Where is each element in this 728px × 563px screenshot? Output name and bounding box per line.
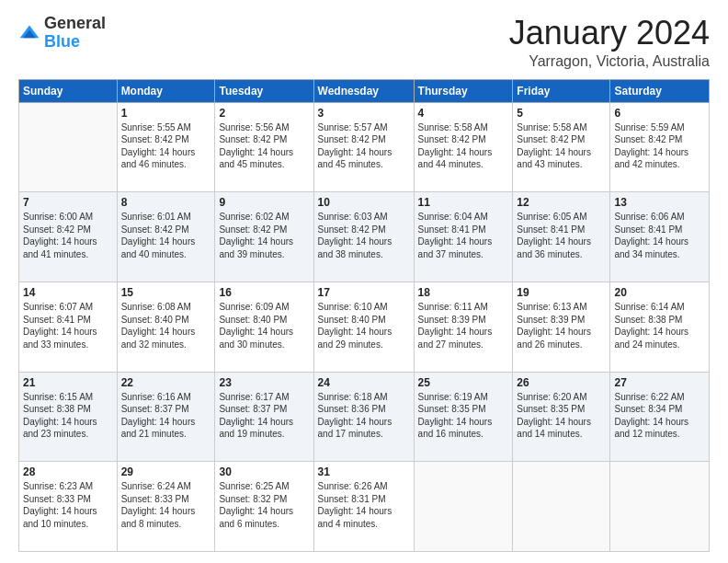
month-title: January 2024 [509,15,710,52]
day-number: 30 [219,465,309,479]
table-row: 9Sunrise: 6:02 AMSunset: 8:42 PMDaylight… [215,192,313,282]
day-number: 9 [219,195,309,210]
calendar-row-4: 21Sunrise: 6:15 AMSunset: 8:38 PMDayligh… [19,372,710,462]
table-row: 8Sunrise: 6:01 AMSunset: 8:42 PMDaylight… [117,192,215,282]
table-row: 17Sunrise: 6:10 AMSunset: 8:40 PMDayligh… [313,282,414,372]
day-info: Sunrise: 6:06 AMSunset: 8:41 PMDaylight:… [614,211,705,260]
table-row: 7Sunrise: 6:00 AMSunset: 8:42 PMDaylight… [19,192,118,282]
col-monday: Monday [117,79,215,102]
day-number: 8 [121,195,211,210]
day-info: Sunrise: 6:07 AMSunset: 8:41 PMDaylight:… [23,301,113,350]
day-info: Sunrise: 6:00 AMSunset: 8:42 PMDaylight:… [23,211,113,260]
logo-blue-text: Blue [44,32,80,51]
header: General Blue January 2024 Yarragon, Vict… [18,15,710,70]
day-info: Sunrise: 6:08 AMSunset: 8:40 PMDaylight:… [121,301,211,350]
calendar: Sunday Monday Tuesday Wednesday Thursday… [18,79,710,552]
table-row: 24Sunrise: 6:18 AMSunset: 8:36 PMDayligh… [313,372,414,462]
day-info: Sunrise: 6:13 AMSunset: 8:39 PMDaylight:… [517,301,606,350]
day-number: 14 [23,285,113,300]
day-info: Sunrise: 6:22 AMSunset: 8:34 PMDaylight:… [614,391,705,441]
day-info: Sunrise: 6:14 AMSunset: 8:38 PMDaylight:… [614,301,705,350]
table-row: 4Sunrise: 5:58 AMSunset: 8:42 PMDaylight… [414,102,513,192]
table-row: 6Sunrise: 5:59 AMSunset: 8:42 PMDaylight… [610,102,710,192]
day-number: 15 [121,285,211,300]
logo-general-text: General [44,14,106,32]
day-number: 20 [614,285,705,300]
table-row: 27Sunrise: 6:22 AMSunset: 8:34 PMDayligh… [610,372,710,462]
day-number: 19 [517,285,606,300]
day-number: 23 [219,375,309,390]
day-number: 10 [318,195,410,210]
day-number: 24 [318,375,410,390]
table-row: 30Sunrise: 6:25 AMSunset: 8:32 PMDayligh… [215,462,313,552]
col-tuesday: Tuesday [215,79,313,102]
day-number: 17 [318,285,410,300]
day-info: Sunrise: 6:24 AMSunset: 8:33 PMDaylight:… [121,480,211,530]
title-block: January 2024 Yarragon, Victoria, Austral… [509,15,710,70]
day-number: 13 [614,195,705,210]
day-number: 3 [318,106,410,121]
day-number: 29 [121,465,211,479]
day-info: Sunrise: 5:58 AMSunset: 8:42 PMDaylight:… [418,121,509,171]
table-row: 12Sunrise: 6:05 AMSunset: 8:41 PMDayligh… [513,192,610,282]
table-row: 1Sunrise: 5:55 AMSunset: 8:42 PMDaylight… [117,102,215,192]
table-row: 5Sunrise: 5:58 AMSunset: 8:42 PMDaylight… [513,102,610,192]
day-number: 1 [121,106,211,121]
table-row: 10Sunrise: 6:03 AMSunset: 8:42 PMDayligh… [313,192,414,282]
col-sunday: Sunday [19,79,118,102]
day-info: Sunrise: 6:17 AMSunset: 8:37 PMDaylight:… [219,391,309,441]
day-info: Sunrise: 6:05 AMSunset: 8:41 PMDaylight:… [517,211,606,260]
table-row: 25Sunrise: 6:19 AMSunset: 8:35 PMDayligh… [414,372,513,462]
logo: General Blue [18,15,106,52]
day-number: 26 [517,375,606,390]
day-info: Sunrise: 6:15 AMSunset: 8:38 PMDaylight:… [23,391,113,441]
day-info: Sunrise: 6:02 AMSunset: 8:42 PMDaylight:… [219,211,309,260]
calendar-row-5: 28Sunrise: 6:23 AMSunset: 8:33 PMDayligh… [19,462,710,552]
day-info: Sunrise: 5:58 AMSunset: 8:42 PMDaylight:… [517,121,606,171]
day-info: Sunrise: 6:18 AMSunset: 8:36 PMDaylight:… [318,391,410,441]
col-saturday: Saturday [610,79,710,102]
day-info: Sunrise: 5:56 AMSunset: 8:42 PMDaylight:… [219,121,309,171]
table-row [414,462,513,552]
table-row: 31Sunrise: 6:26 AMSunset: 8:31 PMDayligh… [313,462,414,552]
page: General Blue January 2024 Yarragon, Vict… [0,0,728,563]
day-info: Sunrise: 6:03 AMSunset: 8:42 PMDaylight:… [318,211,410,260]
table-row: 28Sunrise: 6:23 AMSunset: 8:33 PMDayligh… [19,462,118,552]
table-row: 26Sunrise: 6:20 AMSunset: 8:35 PMDayligh… [513,372,610,462]
col-friday: Friday [513,79,610,102]
logo-text: General Blue [44,15,106,52]
day-number: 12 [517,195,606,210]
day-number: 11 [418,195,509,210]
day-info: Sunrise: 6:09 AMSunset: 8:40 PMDaylight:… [219,301,309,350]
day-number: 21 [23,375,113,390]
day-number: 22 [121,375,211,390]
table-row: 11Sunrise: 6:04 AMSunset: 8:41 PMDayligh… [414,192,513,282]
logo-icon [18,22,40,44]
table-row: 22Sunrise: 6:16 AMSunset: 8:37 PMDayligh… [117,372,215,462]
day-number: 18 [418,285,509,300]
day-info: Sunrise: 6:19 AMSunset: 8:35 PMDaylight:… [418,391,509,441]
col-wednesday: Wednesday [313,79,414,102]
day-info: Sunrise: 5:55 AMSunset: 8:42 PMDaylight:… [121,121,211,171]
day-info: Sunrise: 6:10 AMSunset: 8:40 PMDaylight:… [318,301,410,350]
day-number: 6 [614,106,705,121]
day-info: Sunrise: 6:11 AMSunset: 8:39 PMDaylight:… [418,301,509,350]
day-number: 2 [219,106,309,121]
table-row: 3Sunrise: 5:57 AMSunset: 8:42 PMDaylight… [313,102,414,192]
day-info: Sunrise: 6:20 AMSunset: 8:35 PMDaylight:… [517,391,606,441]
day-info: Sunrise: 5:59 AMSunset: 8:42 PMDaylight:… [614,121,705,171]
day-number: 4 [418,106,509,121]
table-row: 2Sunrise: 5:56 AMSunset: 8:42 PMDaylight… [215,102,313,192]
day-number: 28 [23,465,113,479]
table-row: 19Sunrise: 6:13 AMSunset: 8:39 PMDayligh… [513,282,610,372]
table-row: 13Sunrise: 6:06 AMSunset: 8:41 PMDayligh… [610,192,710,282]
table-row [513,462,610,552]
table-row: 21Sunrise: 6:15 AMSunset: 8:38 PMDayligh… [19,372,118,462]
calendar-row-2: 7Sunrise: 6:00 AMSunset: 8:42 PMDaylight… [19,192,710,282]
table-row: 14Sunrise: 6:07 AMSunset: 8:41 PMDayligh… [19,282,118,372]
day-info: Sunrise: 6:04 AMSunset: 8:41 PMDaylight:… [418,211,509,260]
day-number: 25 [418,375,509,390]
day-number: 16 [219,285,309,300]
calendar-row-1: 1Sunrise: 5:55 AMSunset: 8:42 PMDaylight… [19,102,710,192]
day-number: 7 [23,195,113,210]
